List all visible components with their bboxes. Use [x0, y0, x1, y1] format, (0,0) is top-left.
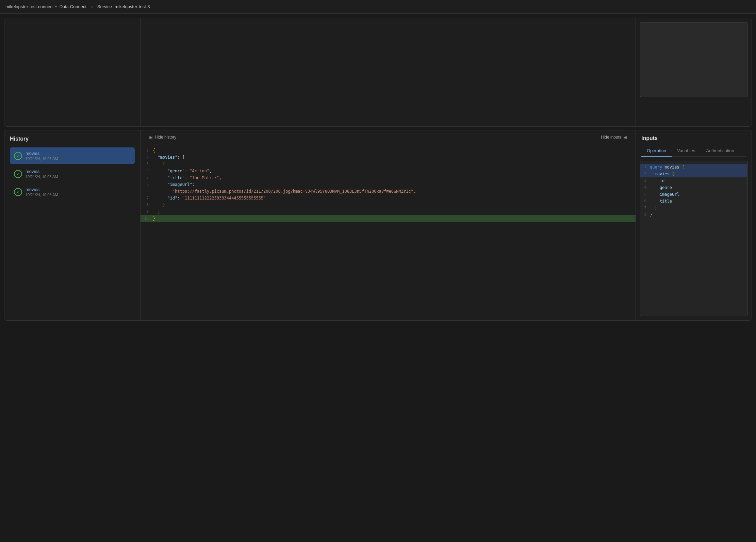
hide-history-button[interactable]: ⊞ Hide history	[146, 133, 179, 141]
query-line-6: 6 title	[640, 198, 747, 205]
query-editor: 1 query movies { 2 movies { 3 id 4 genre	[640, 161, 747, 316]
line-num-3: 3	[141, 161, 153, 168]
project-selector[interactable]: mikelopster-test-connect ▾	[5, 4, 57, 9]
line-content-7: "id": "11111111222233333444455555555555"	[153, 195, 266, 202]
line-num-8: 8	[141, 202, 153, 208]
line-content-6b: "https://fastly.picsum.photos/id/211/200…	[153, 188, 416, 195]
history-item-time-1: 10/21/24, 10:06 AM	[26, 157, 58, 161]
hide-inputs-icon: ⊞	[623, 134, 627, 140]
top-panel	[4, 18, 752, 127]
query-line-num-5: 5	[640, 191, 650, 198]
query-line-1: 1 query movies {	[640, 164, 747, 171]
hide-history-icon: ⊞	[149, 134, 153, 140]
query-line-7: 7 }	[640, 205, 747, 211]
code-line-6b: "https://fastly.picsum.photos/id/211/200…	[141, 188, 636, 195]
breadcrumb-separator: >	[91, 4, 93, 9]
line-content-4: "genre": "Action",	[153, 168, 212, 174]
query-line-content-2: movies {	[650, 171, 674, 177]
line-content-3: {	[153, 161, 165, 168]
code-line-10: 10 }	[141, 215, 636, 222]
query-line-content-3: id	[650, 177, 664, 184]
code-line-6: 6 "imageUrl":	[141, 181, 636, 188]
top-panel-right	[636, 18, 752, 126]
query-line-num-7: 7	[640, 205, 650, 211]
code-line-9: 9 ]	[141, 208, 636, 215]
inputs-header: Inputs Operation Variables Authenticatio…	[636, 130, 752, 157]
query-line-content-1: query movies {	[650, 164, 684, 171]
service-name: mikelopster-test-3	[115, 4, 150, 9]
line-num-4: 4	[141, 168, 153, 174]
line-num-7: 7	[141, 195, 153, 202]
query-line-3: 3 id	[640, 177, 747, 184]
query-line-8: 8 }	[640, 211, 747, 218]
code-line-1: 1 {	[141, 147, 636, 154]
breadcrumb-service: Service	[97, 4, 112, 9]
hide-inputs-label: Hide inputs	[601, 135, 621, 140]
history-check-icon-3: ✓	[14, 188, 22, 196]
breadcrumb-data-connect[interactable]: Data Connect	[60, 4, 87, 9]
history-item-name-2: movies	[26, 169, 58, 174]
line-num-10: 10	[141, 215, 153, 222]
line-content-9: ]	[153, 208, 160, 215]
history-title: History	[10, 136, 135, 142]
main-content: History ✓ movies 10/21/24, 10:06 AM ✓ mo…	[0, 14, 756, 325]
history-item-3[interactable]: ✓ movies 10/21/24, 10:06 AM	[10, 184, 135, 200]
inputs-title: Inputs	[641, 135, 746, 141]
history-item-2[interactable]: ✓ movies 10/21/24, 10:06 AM	[10, 165, 135, 182]
code-line-2: 2 "movies": [	[141, 154, 636, 161]
query-line-content-5: imageUrl	[650, 191, 679, 198]
history-section: History ✓ movies 10/21/24, 10:06 AM ✓ mo…	[4, 130, 141, 320]
tab-operation[interactable]: Operation	[641, 145, 672, 157]
hide-inputs-button[interactable]: Hide inputs ⊞	[598, 133, 630, 141]
history-item-info-1: movies 10/21/24, 10:06 AM	[26, 151, 58, 161]
query-line-5: 5 imageUrl	[640, 191, 747, 198]
line-content-6: "imageUrl":	[153, 181, 195, 188]
hide-history-label: Hide history	[155, 135, 176, 140]
top-panel-left	[4, 18, 141, 126]
line-content-2: "movies": [	[153, 154, 185, 161]
code-line-3: 3 {	[141, 161, 636, 168]
history-item-info-3: movies 10/21/24, 10:06 AM	[26, 187, 58, 197]
query-line-num-2: 2	[640, 171, 650, 177]
history-item-info-2: movies 10/21/24, 10:06 AM	[26, 169, 58, 179]
tab-authentication-label: Authentication	[706, 148, 734, 153]
bottom-panel: History ✓ movies 10/21/24, 10:06 AM ✓ mo…	[4, 130, 752, 321]
line-num-2: 2	[141, 154, 153, 161]
query-line-content-4: genre	[650, 184, 672, 191]
code-panel-toolbar: ⊞ Hide history Hide inputs ⊞	[141, 130, 636, 144]
code-line-4: 4 "genre": "Action",	[141, 168, 636, 174]
line-num-9: 9	[141, 208, 153, 215]
tab-authentication[interactable]: Authentication	[701, 145, 739, 157]
query-line-2: 2 movies {	[640, 171, 747, 177]
line-content-8: }	[153, 202, 165, 208]
query-line-num-8: 8	[640, 211, 650, 218]
json-output: 1 { 2 "movies": [ 3 { 4 "genre": "Action…	[141, 144, 636, 320]
inputs-section: Inputs Operation Variables Authenticatio…	[636, 130, 752, 320]
top-panel-right-inner	[640, 22, 747, 97]
history-item-name-1: movies	[26, 151, 58, 156]
history-check-icon-1: ✓	[14, 152, 22, 160]
query-line-content-8: }	[650, 211, 652, 218]
query-line-content-7: }	[650, 205, 657, 211]
code-line-5: 5 "title": "The Matrix",	[141, 174, 636, 181]
query-line-num-6: 6	[640, 198, 650, 205]
history-item-1[interactable]: ✓ movies 10/21/24, 10:06 AM	[10, 147, 135, 164]
line-num-5: 5	[141, 174, 153, 181]
tab-operation-label: Operation	[647, 148, 666, 153]
line-content-5: "title": "The Matrix",	[153, 174, 221, 181]
inputs-tabs: Operation Variables Authentication	[641, 145, 746, 157]
topbar: mikelopster-test-connect ▾ Data Connect …	[0, 0, 756, 14]
line-num-6: 6	[141, 181, 153, 188]
query-line-num-1: 1	[640, 164, 650, 171]
line-content-10: }	[153, 215, 155, 222]
project-name: mikelopster-test-connect	[5, 4, 54, 9]
history-item-name-3: movies	[26, 187, 58, 192]
query-line-num-3: 3	[640, 177, 650, 184]
line-num-1: 1	[141, 147, 153, 154]
query-line-4: 4 genre	[640, 184, 747, 191]
history-item-time-3: 10/21/24, 10:06 AM	[26, 193, 58, 197]
tab-variables-label: Variables	[677, 148, 695, 153]
tab-variables[interactable]: Variables	[672, 145, 701, 157]
query-line-num-4: 4	[640, 184, 650, 191]
history-item-time-2: 10/21/24, 10:06 AM	[26, 175, 58, 179]
